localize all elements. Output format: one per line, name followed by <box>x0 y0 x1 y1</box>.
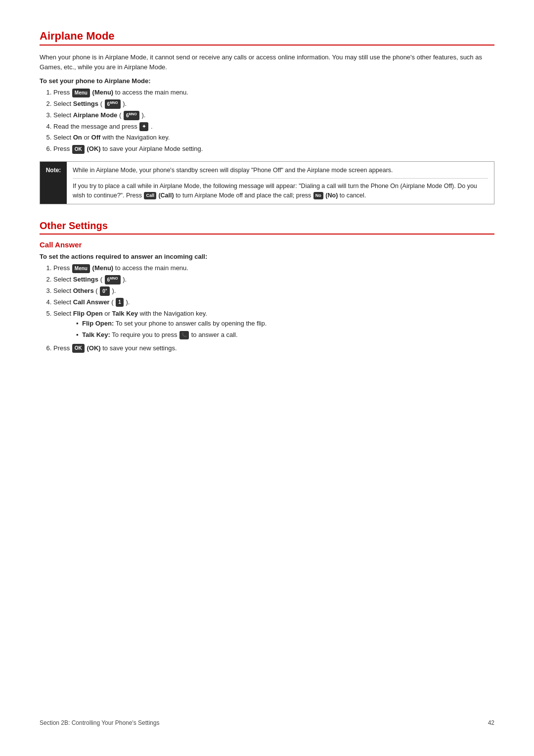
ok-key-badge-2: OK <box>72 344 85 353</box>
airplane-step-5: Select On or Off with the Navigation key… <box>53 133 494 143</box>
airplane-mode-intro: When your phone is in Airplane Mode, it … <box>40 52 494 72</box>
airplane-step-3: Select Airplane Mode ( 6MNO ). <box>53 110 494 121</box>
menu-key-badge-2: Menu <box>72 264 90 273</box>
airplane-set-label: To set your phone to Airplane Mode: <box>40 77 494 85</box>
note-label: Note: <box>40 162 67 204</box>
airplane-steps-list: Press Menu (Menu) to access the main men… <box>53 88 494 154</box>
call-answer-steps-list: Press Menu (Menu) to access the main men… <box>53 263 494 353</box>
airplanemode-key-badge: 6MNO <box>124 111 139 120</box>
call-answer-step-1: Press Menu (Menu) to access the main men… <box>53 263 494 274</box>
call-key-badge: Call <box>144 192 156 200</box>
read-key-badge: ✦ <box>139 122 148 131</box>
flip-open-bullet: Flip Open: To set your phone to answer c… <box>76 319 494 329</box>
airplane-step-6: Press OK (OK) to save your Airplane Mode… <box>53 144 494 154</box>
airplane-step-4: Read the message and press ✦ . <box>53 122 494 132</box>
airplane-step-2: Select Settings ( 6MNO ). <box>53 99 494 109</box>
talkkey-badge: 📞 <box>179 331 189 339</box>
other-settings-title: Other Settings <box>40 220 494 235</box>
talk-key-bullet: Talk Key: To require you to press 📞 to a… <box>76 330 494 340</box>
settings-key-badge-2: 6MNO <box>105 275 121 284</box>
note-divider <box>73 178 488 179</box>
callanswer-key-badge: 1 <box>116 298 124 307</box>
call-answer-step-4: Select Call Answer ( 1 ). <box>53 297 494 308</box>
footer-right: 42 <box>488 719 494 726</box>
note-line-2: If you try to place a call while in Airp… <box>73 182 488 200</box>
page-footer: Section 2B: Controlling Your Phone's Set… <box>40 719 494 726</box>
call-answer-step-5: Select Flip Open or Talk Key with the Na… <box>53 309 494 340</box>
call-answer-set-label: To set the actions required to answer an… <box>40 253 494 260</box>
flip-options-list: Flip Open: To set your phone to answer c… <box>76 319 494 340</box>
call-answer-step-6: Press OK (OK) to save your new settings. <box>53 343 494 354</box>
call-answer-subtitle: Call Answer <box>40 240 494 249</box>
other-settings-section: Other Settings Call Answer To set the ac… <box>40 220 494 353</box>
settings-key-badge: 6MNO <box>105 99 121 109</box>
airplane-mode-section: Airplane Mode When your phone is in Airp… <box>40 30 494 204</box>
airplane-note-box: Note: While in Airplane Mode, your phone… <box>40 161 494 204</box>
airplane-mode-title: Airplane Mode <box>40 30 494 46</box>
note-content: While in Airplane Mode, your phone's sta… <box>67 162 494 204</box>
footer-left: Section 2B: Controlling Your Phone's Set… <box>40 719 159 726</box>
note-line-1: While in Airplane Mode, your phone's sta… <box>73 166 488 175</box>
no-key-badge: No <box>313 192 323 200</box>
call-answer-step-3: Select Others ( 0+ ). <box>53 286 494 296</box>
ok-key-badge-1: OK <box>72 145 85 154</box>
others-key-badge: 0+ <box>100 286 110 296</box>
call-answer-step-2: Select Settings ( 6MNO ). <box>53 275 494 285</box>
menu-key-badge-1: Menu <box>72 89 90 97</box>
airplane-step-1: Press Menu (Menu) to access the main men… <box>53 88 494 98</box>
